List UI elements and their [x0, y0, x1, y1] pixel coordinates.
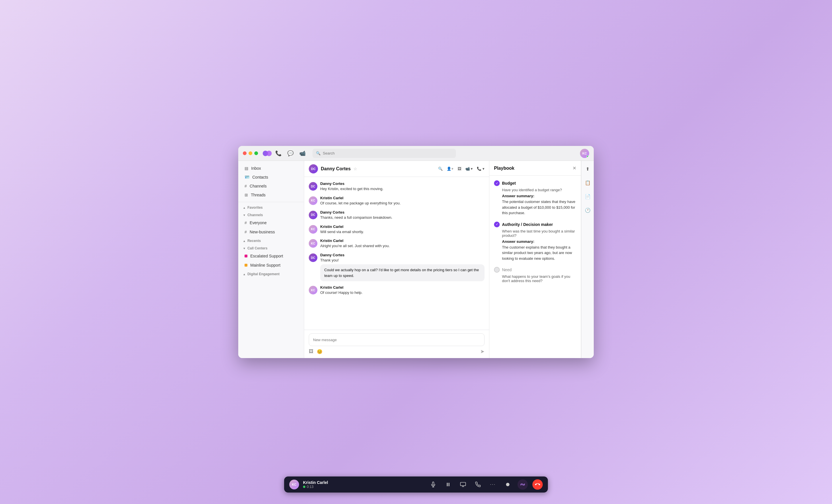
image-attach-btn[interactable]: 🖼: [309, 349, 313, 354]
online-indicator: [587, 155, 589, 158]
call-bar: KC Kristin Carlel 0:13: [284, 476, 548, 493]
msg-text: Thank you!: [320, 258, 485, 263]
ai-btn[interactable]: [518, 479, 528, 490]
digital-engagement-chevron: ▲: [243, 273, 246, 276]
budget-answer-label: Answer summary:: [502, 194, 576, 198]
call-status-dot: [303, 486, 305, 488]
right-sidebar-btn-4[interactable]: 🕐: [583, 206, 592, 215]
minimize-button[interactable]: [249, 151, 252, 155]
right-sidebar-btn-3[interactable]: 📄: [583, 192, 592, 201]
playbook-header: Playbook ✕: [489, 161, 581, 176]
msg-avatar: KC: [309, 239, 317, 248]
video-call-btn[interactable]: 📹 ▾: [465, 166, 473, 171]
contact-avatar: DC: [309, 164, 318, 174]
channels-chevron: ▼: [243, 214, 246, 217]
msg-avatar: DC: [309, 211, 317, 219]
message-block: Could we actually hop on a call? I'd lik…: [320, 264, 485, 281]
call-bar-status: 0:13: [303, 485, 328, 489]
call-centers-chevron: ▼: [243, 247, 246, 250]
channels-header[interactable]: ▼ Channels: [238, 211, 304, 218]
msg-text: Hey Kristin, excited to get this moving.: [320, 186, 485, 192]
sidebar-item-inbox[interactable]: ▤ Inbox: [240, 164, 302, 173]
channel-hash-icon: #: [244, 220, 247, 225]
message-group: KC Kristin Carlel Alright you're all set…: [309, 239, 485, 249]
digital-engagement-header[interactable]: ▲ Digital Engagement: [238, 270, 304, 277]
sidebar-item-everyone[interactable]: # Everyone: [240, 218, 302, 227]
screen-share-btn[interactable]: [458, 479, 468, 490]
msg-content: Kristin Carlel Will send via email short…: [320, 224, 485, 235]
playbook-item-header: ✓ Budget: [494, 180, 576, 186]
msg-avatar: DC: [309, 254, 317, 262]
sidebar-item-channels[interactable]: # Channels: [240, 182, 302, 190]
phone-call-btn[interactable]: 📞 ▾: [477, 166, 485, 171]
sidebar-item-contacts[interactable]: 🪪 Contacts: [240, 173, 302, 182]
need-check: [494, 267, 500, 273]
budget-answer-text: The potential customer states that they …: [502, 199, 576, 216]
msg-content: Kristin Carlel Of course, let me package…: [320, 196, 485, 206]
sidebar-label-contacts: Contacts: [252, 175, 268, 180]
playbook-title: Playbook: [494, 166, 514, 171]
pause-btn[interactable]: [443, 479, 453, 490]
message-group: KC Kristin Carlel Of course, let me pack…: [309, 196, 485, 206]
msg-text: Of course, let me package up everything …: [320, 201, 485, 206]
chat-input-toolbar: 🖼 😊 ➤: [309, 348, 485, 355]
video-icon[interactable]: 📹: [299, 150, 306, 157]
msg-avatar: KC: [309, 196, 317, 205]
call-centers-header[interactable]: ▼ Call Centers: [238, 244, 304, 251]
image-btn[interactable]: 🖼: [458, 166, 461, 171]
playbook-content: ✓ Budget Have you identified a budget ra…: [489, 176, 581, 358]
add-user-btn[interactable]: 👤+: [447, 166, 453, 171]
chat-icon[interactable]: 💬: [287, 150, 293, 157]
maximize-button[interactable]: [254, 151, 258, 155]
msg-content: Danny Cortes Thank you! Could we actuall…: [320, 253, 485, 281]
transfer-btn[interactable]: [473, 479, 483, 490]
need-question: What happens to your team's goals if you…: [502, 274, 576, 283]
user-avatar[interactable]: KC: [580, 149, 589, 158]
search-bar[interactable]: 🔍: [312, 149, 456, 158]
msg-sender-name: Danny Cortes: [320, 253, 485, 257]
more-options-btn[interactable]: ···: [488, 479, 498, 490]
contacts-icon: 🪪: [244, 175, 250, 180]
msg-text: Of course! Happy to help.: [320, 290, 485, 296]
phone-icon[interactable]: 📞: [275, 150, 282, 157]
message-input[interactable]: [309, 334, 485, 346]
svg-point-1: [266, 151, 272, 156]
title-bar-icons: 📞 💬 📹: [275, 150, 306, 157]
call-bar-avatar: KC: [289, 480, 299, 489]
send-btn[interactable]: ➤: [480, 348, 485, 355]
record-btn[interactable]: [502, 479, 513, 490]
recents-header[interactable]: ▲ Recents: [238, 237, 304, 244]
msg-avatar: KC: [309, 286, 317, 294]
mainline-support-dot: [244, 264, 248, 267]
sidebar-label-channels: Channels: [250, 184, 267, 188]
channels-icon: #: [244, 184, 247, 188]
authority-answer-label: Answer summary:: [502, 239, 576, 244]
end-call-btn[interactable]: [532, 479, 543, 490]
recents-label: Recents: [248, 239, 261, 243]
playbook-close-btn[interactable]: ✕: [573, 165, 576, 171]
close-button[interactable]: [243, 151, 246, 155]
sidebar-item-mainline-support[interactable]: Mainline Support: [240, 261, 302, 269]
chat-messages: DC Danny Cortes Hey Kristin, excited to …: [304, 177, 489, 330]
search-input[interactable]: [323, 151, 452, 155]
budget-title: Budget: [502, 181, 516, 185]
sidebar-item-threads[interactable]: ⊞ Threads: [240, 191, 302, 199]
playbook-item-header: ✓ Authority / Decision maker: [494, 221, 576, 227]
authority-question: When was the last time you bought a simi…: [502, 229, 576, 238]
svg-rect-6: [461, 482, 466, 486]
sidebar-item-escalated-support[interactable]: Escalated Support: [240, 252, 302, 260]
msg-avatar: KC: [309, 225, 317, 234]
star-icon[interactable]: ☆: [354, 166, 357, 171]
sidebar-item-new-business[interactable]: # New-business: [240, 228, 302, 236]
chat-search-btn[interactable]: 🔍: [438, 166, 443, 171]
right-sidebar-btn-2[interactable]: 📋: [583, 178, 592, 187]
playbook-item-need: Need What happens to your team's goals i…: [494, 267, 576, 283]
sidebar-label-threads: Threads: [251, 193, 265, 197]
msg-sender-name: Kristin Carlel: [320, 239, 485, 243]
emoji-btn[interactable]: 😊: [317, 349, 322, 354]
sidebar-label-new-business: New-business: [250, 230, 275, 234]
favorites-header[interactable]: ▲ Favorites: [238, 203, 304, 211]
mute-btn[interactable]: [428, 479, 438, 490]
right-sidebar-btn-1[interactable]: ⬆: [583, 164, 592, 174]
inbox-icon: ▤: [244, 166, 248, 170]
